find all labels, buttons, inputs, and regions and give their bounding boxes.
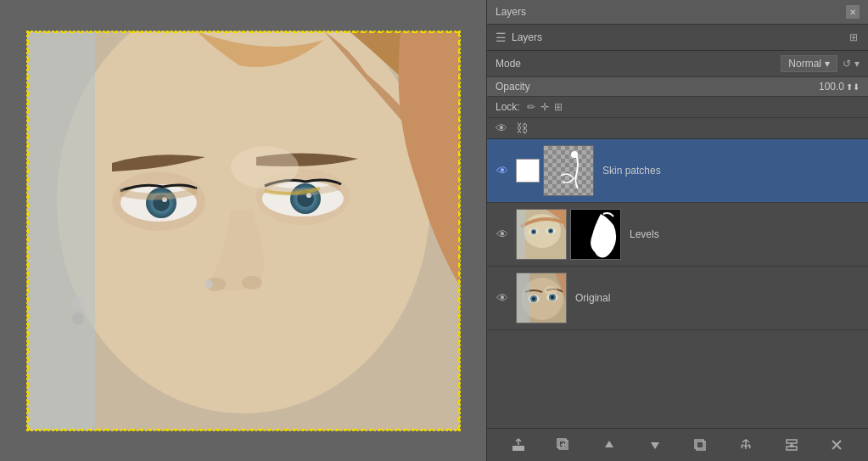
mode-buttons: ↺ ▾ (843, 58, 860, 70)
mode-value: Normal (788, 58, 821, 70)
panel-titlebar: Layers ✕ (487, 0, 868, 25)
opacity-number: 100.0 (819, 81, 844, 93)
delete-icon (829, 437, 844, 453)
layers-section-title: Layers (512, 31, 542, 43)
layer-name-original: Original (575, 292, 610, 304)
duplicate-layer-button[interactable] (687, 434, 713, 456)
new-layer-copy-icon (556, 437, 571, 453)
eye-icon-original: 👁 (496, 291, 508, 305)
layer-visibility-levels[interactable]: 👁 (494, 228, 511, 241)
mode-row: Mode Normal ▾ ↺ ▾ (487, 51, 868, 77)
opacity-row: Opacity 100.0 ⬆⬇ (487, 77, 868, 97)
layers-header: ☰ Layers ⊞ (487, 25, 868, 51)
svg-point-24 (533, 231, 535, 233)
panel-close-button[interactable]: ✕ (846, 5, 860, 19)
svg-rect-16 (27, 31, 95, 430)
mode-expand-button[interactable]: ▾ (854, 58, 860, 70)
layer-thumbnails-original (516, 273, 567, 323)
layer-name-skin-patches: Skin patches (602, 165, 661, 177)
layers-menu-icon: ☰ (496, 31, 507, 44)
layer-item-skin-patches[interactable]: 👁 Skin patches (487, 139, 868, 203)
move-up-button[interactable] (596, 434, 622, 456)
layers-header-right: ⊞ (848, 30, 860, 45)
svg-point-37 (551, 295, 554, 299)
lock-paint-icon[interactable]: ✏ (527, 101, 535, 113)
layer-thumb-original (516, 273, 567, 323)
move-down-button[interactable] (642, 434, 668, 456)
move-down-icon (647, 437, 663, 453)
lock-all-icon[interactable]: ⊞ (554, 101, 563, 113)
lock-move-icon[interactable]: ✛ (540, 101, 549, 113)
canvas-area (0, 0, 486, 461)
lock-label: Lock: (496, 101, 520, 113)
canvas-svg (27, 31, 460, 430)
layer-mask-thumb (570, 209, 621, 260)
layer-thumb-mask-small (516, 159, 540, 183)
layer-thumbnails-skin-patches (516, 145, 594, 196)
layer-item-original[interactable]: 👁 (487, 267, 868, 330)
layers-toolbar (487, 428, 868, 461)
merge-icon (784, 437, 799, 453)
original-face-svg (517, 273, 567, 323)
svg-rect-39 (512, 446, 524, 451)
svg-point-27 (550, 230, 552, 233)
lock-icons-group: ✏ ✛ ⊞ (527, 101, 563, 113)
move-up-icon (602, 437, 617, 453)
header-chain-icon: ⛓ (516, 121, 528, 135)
opacity-label: Opacity (496, 81, 530, 93)
merge-down-button[interactable] (779, 434, 804, 456)
layer-name-levels: Levels (630, 228, 659, 240)
lock-row: Lock: ✏ ✛ ⊞ (487, 97, 868, 118)
canvas-wrapper (26, 31, 461, 431)
right-panel: Layers ✕ ☰ Layers ⊞ Mode Normal ▾ ↺ ▾ Op… (486, 0, 868, 461)
mode-select[interactable]: Normal ▾ (781, 55, 837, 72)
svg-rect-28 (517, 210, 525, 260)
layer-thumb-checker (543, 145, 594, 196)
levels-mask-svg (571, 210, 620, 259)
layers-config-button[interactable]: ⊞ (848, 30, 860, 45)
layer-thumb-face (516, 209, 567, 260)
mode-dropdown-icon: ▾ (825, 58, 830, 70)
opacity-spinner[interactable]: ⬆⬇ (846, 82, 860, 92)
svg-point-19 (571, 151, 578, 158)
canvas-image (27, 31, 460, 430)
layer-item-levels[interactable]: 👁 (487, 203, 868, 267)
levels-mask-bg (571, 210, 620, 259)
duplicate-icon (692, 437, 708, 453)
eye-icon-levels: 👁 (496, 228, 508, 241)
panel-title: Layers (496, 6, 526, 18)
checker-bg (544, 146, 593, 195)
svg-point-13 (242, 276, 262, 290)
skin-patches-svg (544, 146, 594, 196)
new-layer-button[interactable] (551, 434, 576, 456)
svg-point-34 (532, 297, 535, 301)
svg-rect-46 (787, 440, 797, 443)
delete-layer-button[interactable] (824, 434, 849, 456)
svg-point-14 (204, 280, 213, 289)
layer-header-row: 👁 ⛓ (487, 118, 868, 139)
svg-point-38 (544, 286, 557, 295)
layer-visibility-original[interactable]: 👁 (494, 291, 511, 305)
layer-thumbnails-levels (516, 209, 621, 260)
svg-point-15 (231, 146, 299, 188)
layer-visibility-skin-patches[interactable]: 👁 (494, 164, 511, 177)
anchor-icon (738, 437, 753, 453)
header-eye-icon: 👁 (496, 121, 507, 135)
new-layer-icon (511, 437, 526, 453)
eye-icon-skin-patches: 👁 (496, 164, 508, 177)
layers-list: 👁 Skin patches (487, 139, 868, 428)
mode-label: Mode (496, 58, 521, 70)
anchor-layer-button[interactable] (733, 434, 759, 456)
svg-point-18 (72, 312, 84, 324)
new-layer-from-visible-button[interactable] (506, 434, 531, 456)
opacity-value-container: 100.0 ⬆⬇ (819, 81, 860, 93)
svg-point-17 (71, 296, 85, 310)
mode-reset-button[interactable]: ↺ (843, 58, 851, 70)
levels-face-svg (517, 210, 567, 260)
layers-header-left: ☰ Layers (496, 31, 542, 44)
